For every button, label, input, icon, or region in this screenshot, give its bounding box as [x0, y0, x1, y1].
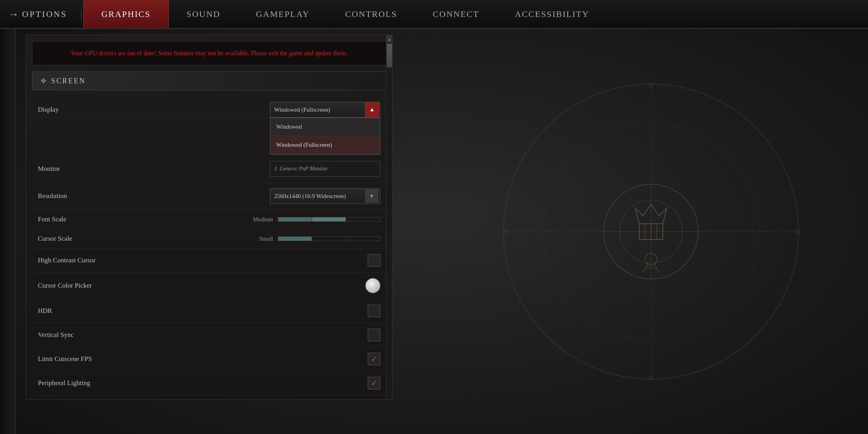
- peripheral-lighting-control: ✓: [368, 377, 380, 389]
- monitor-dropdown[interactable]: 1. Generic PnP Monitor: [270, 161, 380, 177]
- nav-arrow-icon: →: [8, 8, 19, 21]
- hdr-row: HDR: [32, 299, 386, 323]
- resolution-value: 2560x1440 (16:9 Widescreen): [274, 193, 346, 200]
- svg-point-9: [794, 228, 800, 235]
- settings-wrapper: Your GPU drivers are out of date! Some f…: [20, 29, 398, 434]
- display-dropdown[interactable]: Windowed (Fullscreen) ▲: [270, 102, 380, 118]
- monitor-label: Monitor: [38, 165, 270, 173]
- nav-divider: [81, 4, 81, 24]
- arrow-up-icon: ▲: [369, 107, 375, 113]
- vertical-sync-row: Vertical Sync: [32, 323, 386, 347]
- tab-graphics[interactable]: GRAPHICS: [83, 0, 169, 28]
- peripheral-lighting-check-icon: ✓: [371, 378, 378, 388]
- resolution-control: 2560x1440 (16:9 Widescreen) ▼: [270, 188, 380, 204]
- slider-seg-1: [278, 217, 312, 221]
- screen-section-header: ❖ SCREEN: [32, 71, 386, 90]
- cursor-slider-seg-2: [312, 237, 346, 241]
- tab-accessibility[interactable]: ACCESSIBILITY: [497, 0, 607, 28]
- monitor-row: Monitor 1. Generic PnP Monitor: [32, 155, 386, 183]
- display-dropdown-value: Windowed (Fullscreen): [274, 107, 330, 113]
- hdr-checkbox[interactable]: [368, 305, 380, 317]
- slider-seg-2: [312, 217, 346, 221]
- cursor-color-picker-swatch[interactable]: [365, 278, 380, 293]
- vertical-sync-checkbox[interactable]: [368, 329, 380, 341]
- cursor-scale-control: Small: [247, 236, 380, 242]
- left-edge-decoration: [0, 29, 16, 434]
- resolution-dropdown[interactable]: 2560x1440 (16:9 Widescreen) ▼: [270, 188, 380, 204]
- display-dropdown-wrapper: Windowed (Fullscreen) ▲ Windowed Windowe…: [270, 102, 380, 118]
- resolution-dropdown-arrow[interactable]: ▼: [365, 190, 378, 202]
- options-label: OPTIONS: [22, 9, 67, 19]
- limit-cutscene-fps-label: Limit Cutscene FPS: [38, 355, 368, 363]
- display-label: Display: [38, 102, 270, 114]
- display-control: Windowed (Fullscreen) ▲ Windowed Windowe…: [270, 102, 380, 118]
- cursor-scale-row: Cursor Scale Small: [32, 229, 386, 249]
- tab-sound[interactable]: SOUND: [169, 0, 238, 28]
- scrollbar-up-button[interactable]: ▲: [386, 35, 393, 43]
- peripheral-lighting-checkbox[interactable]: ✓: [368, 377, 380, 389]
- cursor-scale-label: Cursor Scale: [38, 235, 247, 243]
- cursor-slider-seg-1: [278, 237, 312, 241]
- decorative-arcs: [493, 74, 809, 389]
- display-dropdown-menu: Windowed Windowed (Fullscreen): [270, 118, 380, 155]
- font-scale-control: Medium: [247, 216, 380, 223]
- svg-point-6: [648, 82, 654, 89]
- hdr-control: [368, 305, 380, 317]
- cursor-color-picker-control: [365, 278, 380, 293]
- cursor-slider-seg-3: [346, 237, 380, 241]
- arrow-down-icon: ▼: [369, 193, 374, 199]
- section-title: SCREEN: [51, 77, 86, 85]
- settings-body: Display Windowed (Fullscreen) ▲ Windowed: [26, 92, 392, 399]
- resolution-label: Resolution: [38, 192, 270, 200]
- limit-cutscene-fps-row: Limit Cutscene FPS ✓: [32, 347, 386, 371]
- peripheral-lighting-label: Peripheral Lighting: [38, 379, 368, 387]
- high-contrast-cursor-control: [368, 254, 380, 267]
- high-contrast-cursor-row: High Contrast Cursor: [32, 249, 386, 273]
- monitor-control: 1. Generic PnP Monitor: [270, 161, 380, 177]
- tab-controls[interactable]: CONTROLS: [327, 0, 415, 28]
- settings-panel: Your GPU drivers are out of date! Some f…: [26, 35, 393, 400]
- vertical-sync-control: [368, 329, 380, 341]
- tab-connect[interactable]: CONNECT: [415, 0, 497, 28]
- limit-cutscene-fps-checkbox[interactable]: ✓: [368, 353, 380, 365]
- display-row: Display Windowed (Fullscreen) ▲ Windowed: [32, 96, 386, 118]
- vertical-sync-label: Vertical Sync: [38, 331, 368, 339]
- font-scale-label: Font Scale: [38, 215, 247, 223]
- hdr-label: HDR: [38, 307, 368, 315]
- cursor-scale-value: Small: [247, 236, 273, 242]
- peripheral-lighting-row: Peripheral Lighting ✓: [32, 371, 386, 395]
- cursor-color-picker-row: Cursor Color Picker: [32, 273, 386, 299]
- resolution-row: Resolution 2560x1440 (16:9 Widescreen) ▼: [32, 183, 386, 210]
- warning-text: Your GPU drivers are out of date! Some f…: [71, 50, 348, 56]
- limit-cutscene-fps-check-icon: ✓: [371, 354, 378, 364]
- svg-point-7: [648, 374, 654, 381]
- limit-cutscene-fps-control: ✓: [368, 353, 380, 365]
- monitor-value: 1. Generic PnP Monitor: [274, 166, 328, 172]
- section-diamond-icon: ❖: [40, 77, 47, 85]
- font-scale-slider[interactable]: [278, 217, 380, 222]
- high-contrast-cursor-label: High Contrast Cursor: [38, 256, 368, 264]
- scrollbar-thumb[interactable]: [387, 44, 392, 67]
- tab-gameplay[interactable]: GAMEPLAY: [238, 0, 327, 28]
- dropdown-option-windowed[interactable]: Windowed: [270, 118, 380, 136]
- cursor-color-picker-label: Cursor Color Picker: [38, 282, 365, 290]
- font-scale-row: Font Scale Medium: [32, 210, 386, 229]
- font-scale-value: Medium: [247, 216, 273, 223]
- right-decoration-panel: [434, 29, 868, 434]
- cursor-scale-slider[interactable]: [278, 236, 380, 241]
- display-dropdown-arrow[interactable]: ▲: [365, 103, 379, 117]
- dropdown-option-windowed-fullscreen[interactable]: Windowed (Fullscreen): [270, 136, 380, 154]
- navbar: → OPTIONS GRAPHICS SOUND GAMEPLAY CONTRO…: [0, 0, 868, 29]
- slider-seg-3: [346, 217, 380, 221]
- scrollbar[interactable]: ▲: [386, 35, 392, 399]
- warning-banner: Your GPU drivers are out of date! Some f…: [32, 41, 386, 65]
- svg-point-8: [502, 228, 508, 235]
- options-nav[interactable]: → OPTIONS: [0, 8, 67, 21]
- high-contrast-cursor-checkbox[interactable]: [368, 254, 380, 267]
